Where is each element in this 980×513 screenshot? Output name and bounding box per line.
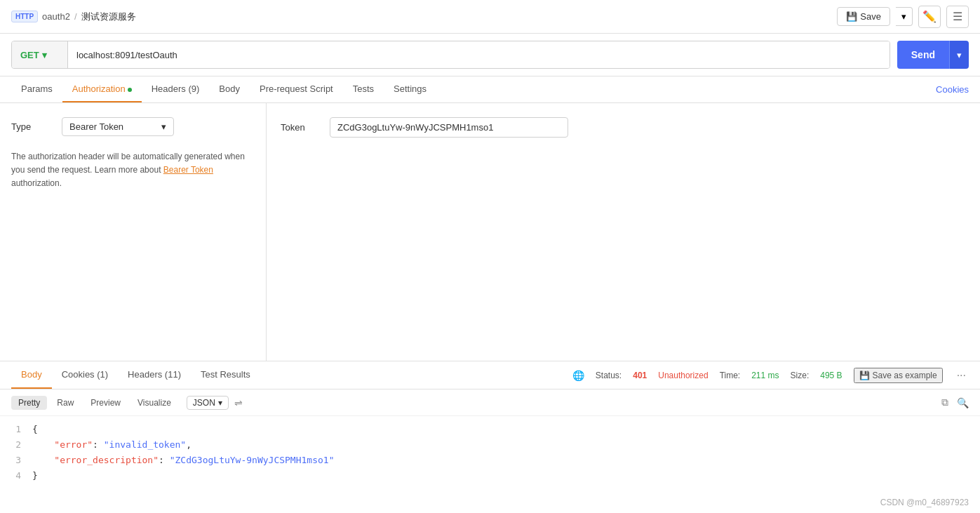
panels-row: Type Bearer Token ▾ The authorization he… <box>0 103 980 361</box>
resp-tab-body[interactable]: Body <box>11 361 52 389</box>
fmt-tab-preview[interactable]: Preview <box>83 396 128 410</box>
tab-headers[interactable]: Headers (9) <box>142 76 210 102</box>
code-line-3: 3 "error_description": "ZCdG3ogLtuYw-9nW… <box>0 453 980 468</box>
format-bar: Pretty Raw Preview Visualize JSON ▾ ⇌ ⧉ … <box>0 389 980 416</box>
code-brace-close: } <box>32 468 969 484</box>
send-dropdown-button[interactable]: ▾ <box>949 41 969 69</box>
line-number: 1 <box>11 422 32 437</box>
top-bar: HTTP oauth2 / 测试资源服务 💾 Save ▾ ✏️ ☰ <box>0 0 980 34</box>
tab-body[interactable]: Body <box>209 76 250 102</box>
code-val-error: "invalid_token" <box>104 439 186 450</box>
response-code-area: 1 { 2 "error": "invalid_token", 3 "error… <box>0 416 980 509</box>
json-format-select[interactable]: JSON ▾ <box>187 396 229 410</box>
url-bar: GET ▾ Send ▾ <box>0 34 980 76</box>
json-label: JSON <box>193 398 215 408</box>
status-label: Status: <box>596 371 622 380</box>
type-chevron-icon: ▾ <box>161 121 166 132</box>
code-line-1: 1 { <box>0 422 980 437</box>
token-label: Token <box>281 122 316 133</box>
size-value: 495 B <box>820 371 842 380</box>
fmt-tab-visualize[interactable]: Visualize <box>130 396 178 410</box>
resp-tab-test-results[interactable]: Test Results <box>191 361 260 389</box>
type-value: Bearer Token <box>69 121 123 132</box>
fmt-tab-raw[interactable]: Raw <box>50 396 81 410</box>
json-chevron-icon: ▾ <box>218 398 222 408</box>
code-line-3-content: "error_description": "ZCdG3ogLtuYw-9nWyJ… <box>32 453 969 468</box>
status-code: 401 <box>633 371 647 380</box>
auth-left-panel: Type Bearer Token ▾ The authorization he… <box>0 103 267 361</box>
save-button[interactable]: 💾 Save <box>837 7 890 26</box>
method-chevron-icon: ▾ <box>42 50 47 60</box>
edit-icon: ✏️ <box>922 10 937 23</box>
method-label: GET <box>20 50 39 60</box>
breadcrumb: HTTP oauth2 / 测试资源服务 <box>11 11 136 23</box>
token-input[interactable] <box>330 117 568 138</box>
send-button-group: Send ▾ <box>897 41 969 69</box>
url-input-group: GET ▾ <box>11 41 890 69</box>
more-options-button[interactable]: ··· <box>954 369 969 382</box>
code-key-error: "error" <box>54 439 93 450</box>
save-dropdown-arrow[interactable]: ▾ <box>896 7 913 26</box>
code-line-2: 2 "error": "invalid_token", <box>0 437 980 453</box>
fmt-tab-pretty[interactable]: Pretty <box>11 396 47 410</box>
type-select[interactable]: Bearer Token ▾ <box>62 117 174 136</box>
content-wrapper: Type Bearer Token ▾ The authorization he… <box>0 103 980 509</box>
code-line-4: 4 } <box>0 468 980 484</box>
line-number: 3 <box>11 453 32 468</box>
resp-tab-headers[interactable]: Headers (11) <box>118 361 191 389</box>
token-row: Token <box>281 117 966 138</box>
request-tabs: Params Authorization Headers (9) Body Pr… <box>0 76 980 103</box>
bearer-token-link[interactable]: Bearer Token <box>163 165 213 175</box>
status-text: Unauthorized <box>658 371 708 380</box>
tab-tests[interactable]: Tests <box>343 76 384 102</box>
response-status-bar: 🌐 Status: 401 Unauthorized Time: 211 ms … <box>572 368 969 383</box>
globe-icon: 🌐 <box>572 370 584 381</box>
method-select[interactable]: GET ▾ <box>12 41 68 68</box>
type-row: Type Bearer Token ▾ <box>11 117 255 136</box>
tab-params[interactable]: Params <box>11 76 62 102</box>
search-response-icon[interactable]: 🔍 <box>957 397 969 408</box>
save-example-icon: 💾 <box>859 371 870 380</box>
http-badge: HTTP <box>11 11 38 22</box>
wrap-lines-icon[interactable]: ⇌ <box>234 397 243 408</box>
code-line-2-content: "error": "invalid_token", <box>32 437 969 453</box>
code-val-error-desc: "ZCdG3ogLtuYw-9nWyJCSPMH1mso1" <box>170 455 335 465</box>
breadcrumb-part1[interactable]: oauth2 <box>42 11 70 22</box>
send-button[interactable]: Send <box>897 41 949 69</box>
auth-right-panel: Token <box>267 103 980 361</box>
comment-icon: ☰ <box>953 10 962 23</box>
top-bar-actions: 💾 Save ▾ ✏️ ☰ <box>837 6 969 28</box>
resp-tab-cookies[interactable]: Cookies (1) <box>52 361 118 389</box>
tab-authorization[interactable]: Authorization <box>62 76 142 102</box>
save-as-example-button[interactable]: 💾 Save as example <box>854 368 943 383</box>
response-area: Body Cookies (1) Headers (11) Test Resul… <box>0 361 980 509</box>
copy-response-icon[interactable]: ⧉ <box>941 397 948 408</box>
url-input[interactable] <box>68 41 890 68</box>
size-label: Size: <box>791 371 810 380</box>
tab-settings[interactable]: Settings <box>384 76 436 102</box>
breadcrumb-slash: / <box>74 11 77 22</box>
watermark: CSDN @m0_46897923 <box>880 498 969 507</box>
save-icon: 💾 <box>846 11 857 22</box>
type-label: Type <box>11 121 53 132</box>
auth-description: The authorization header will be automat… <box>11 150 255 191</box>
time-value: 211 ms <box>751 371 779 380</box>
code-brace-open: { <box>32 422 969 437</box>
breadcrumb-part2: 测试资源服务 <box>81 11 136 23</box>
edit-button[interactable]: ✏️ <box>918 6 941 28</box>
tab-pre-request[interactable]: Pre-request Script <box>250 76 343 102</box>
line-number: 2 <box>11 437 32 453</box>
code-key-error-desc: "error_description" <box>54 455 159 465</box>
cookies-link[interactable]: Cookies <box>936 77 969 102</box>
time-label: Time: <box>720 371 741 380</box>
line-number: 4 <box>11 468 32 484</box>
response-tabs-bar: Body Cookies (1) Headers (11) Test Resul… <box>0 361 980 389</box>
authorization-dot <box>128 88 132 92</box>
comment-button[interactable]: ☰ <box>946 6 969 28</box>
